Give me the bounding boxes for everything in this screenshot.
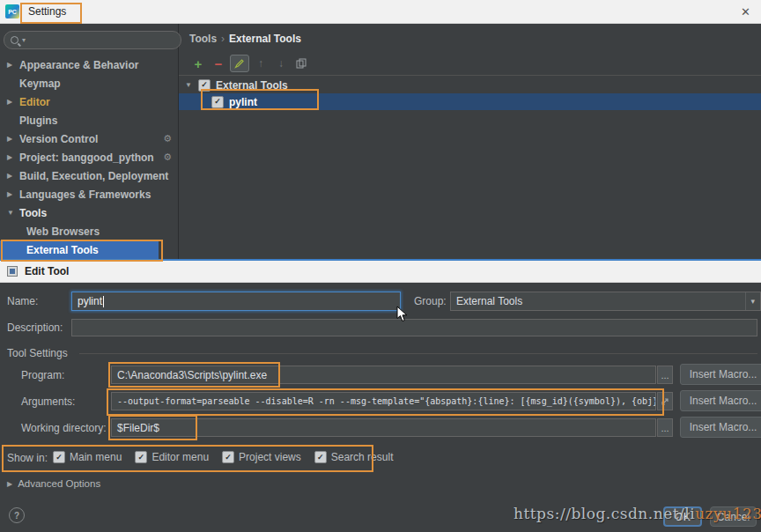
checkbox-label: Main menu [70,451,122,463]
move-down-button[interactable]: ↓ [272,55,290,72]
breadcrumb-current: External Tools [229,33,301,45]
show-in-options: ✓ Main menu ✓ Editor menu ✓ Project view… [53,447,406,467]
tool-window-icon [7,266,18,277]
check-icon: ✓ [201,81,208,89]
group-select[interactable]: External Tools ▾ [450,292,761,311]
section-divider [79,353,757,354]
checkbox-project-views[interactable]: ✓ Project views [222,451,301,463]
working-directory-insert-macro-button[interactable]: Insert Macro... [680,417,761,438]
gear-icon: ⚙ [163,133,178,144]
sidebar-item-keymap[interactable]: Keymap [0,74,178,92]
show-in-label: Show in: [7,452,48,464]
tool-settings-section-label: Tool Settings [7,347,68,359]
help-button[interactable]: ? [9,507,25,523]
screen: PC Settings ✕ ▾ ▶ Appearance & Behavior … [0,0,761,532]
arguments-expand-button[interactable] [657,392,673,410]
sidebar-item-web-browsers[interactable]: Web Browsers [0,222,178,240]
arguments-label: Arguments: [21,395,75,408]
sidebar-item-label: Tools [19,207,47,219]
checkbox[interactable]: ✓ [135,451,147,463]
settings-titlebar: PC Settings ✕ [0,0,761,24]
gear-icon: ⚙ [163,151,178,163]
settings-sidebar: ▾ ▶ Appearance & Behavior Keymap ▶ Edito… [0,24,179,259]
sidebar-item-label: Appearance & Behavior [19,59,138,71]
program-input[interactable]: C:\Anaconda3\Scripts\pylint.exe [111,366,656,384]
arguments-input[interactable]: --output-format=parseable --disable=R -r… [111,392,656,410]
sidebar-item-tools[interactable]: ▼ Tools [0,203,178,222]
check-icon: ✓ [317,454,324,462]
working-directory-label: Working directory: [21,422,106,434]
text-caret [103,296,104,307]
checkbox-main-menu[interactable]: ✓ Main menu [53,451,122,463]
description-input[interactable] [71,319,757,336]
checkbox-label: Editor menu [151,451,209,463]
settings-search-input[interactable]: ▾ [4,31,181,49]
pencil-icon [234,58,245,69]
arguments-insert-macro-button[interactable]: Insert Macro... [680,390,761,411]
sidebar-item-label: Web Browsers [26,225,100,238]
copy-tool-button[interactable] [292,55,310,72]
sidebar-item-plugins[interactable]: Plugins [0,111,178,129]
edit-tool-button[interactable] [230,55,249,72]
name-label: Name: [7,295,38,307]
chevron-right-icon: ▶ [7,172,19,180]
working-directory-browse-button[interactable]: ... [657,418,673,437]
sidebar-item-label: Build, Execution, Deployment [19,170,168,182]
tree-row-pylint[interactable]: ✓ pylint [179,93,761,110]
mouse-cursor-icon [396,306,408,322]
checkbox[interactable]: ✓ [53,451,65,463]
checkbox[interactable]: ✓ [314,451,327,463]
checkbox[interactable]: ✓ [222,451,234,463]
sidebar-item-label: Editor [19,96,50,108]
check-icon: ✓ [138,454,145,462]
pycharm-logo-icon: PC [5,4,19,18]
sidebar-item-version-control[interactable]: ▶ Version Control ⚙ [0,129,178,148]
sidebar-item-appearance-behavior[interactable]: ▶ Appearance & Behavior [0,55,178,74]
watermark-suffix: uzyu1234 [695,505,761,522]
sidebar-item-label: Plugins [19,115,57,127]
chevron-down-icon: ▾ [745,292,755,310]
remove-tool-button[interactable]: − [210,55,227,72]
close-icon[interactable]: ✕ [741,5,750,18]
tree-row-external-tools[interactable]: ▼ ✓ External Tools [179,77,761,93]
working-directory-input[interactable]: $FileDir$ [111,418,656,437]
checkbox-search-result[interactable]: ✓ Search result [314,451,394,463]
chevron-down-icon: ▾ [22,36,26,44]
breadcrumb-separator-icon: › [217,33,229,45]
chevron-right-icon: ▶ [7,480,12,488]
description-label: Description: [7,321,63,334]
chevron-right-icon: ▶ [7,153,19,161]
sidebar-item-project[interactable]: ▶ Project: banggood_python ⚙ [0,148,178,166]
chevron-down-icon: ▼ [7,209,19,217]
name-input[interactable]: pylint [71,292,401,311]
tree-root-label: External Tools [216,79,288,92]
group-value: External Tools [456,295,522,307]
settings-window-title: Settings [28,5,66,18]
breadcrumb: Tools›External Tools [189,33,301,45]
advanced-options-toggle[interactable]: ▶ Advanced Options [7,478,100,489]
edit-tool-title: Edit Tool [25,265,69,277]
add-tool-button[interactable]: + [189,55,207,72]
chevron-right-icon: ▶ [7,135,19,143]
program-label: Program: [21,369,64,381]
search-icon [11,36,18,44]
sidebar-item-languages-frameworks[interactable]: ▶ Languages & Frameworks [0,185,178,203]
move-up-button[interactable]: ↑ [252,55,270,72]
name-value: pylint [78,295,102,307]
checkbox-external-tools[interactable]: ✓ [198,79,211,92]
sidebar-item-external-tools[interactable]: External Tools [0,240,159,259]
check-icon: ✓ [225,454,232,462]
working-directory-value: $FileDir$ [117,422,159,434]
copy-icon [296,58,307,69]
sidebar-item-build-execution-deployment[interactable]: ▶ Build, Execution, Deployment [0,166,178,185]
check-icon: ✓ [55,454,63,462]
checkbox-label: Project views [239,451,301,463]
checkbox-pylint[interactable]: ✓ [211,96,224,108]
watermark: https://blog.csdn.net/liuzyu1234 [513,505,761,522]
checkbox-editor-menu[interactable]: ✓ Editor menu [135,451,209,463]
sidebar-item-editor[interactable]: ▶ Editor [0,92,178,111]
breadcrumb-root[interactable]: Tools [189,33,217,45]
program-browse-button[interactable]: ... [657,366,673,384]
program-insert-macro-button[interactable]: Insert Macro... [680,364,761,385]
advanced-options-label: Advanced Options [18,478,100,489]
